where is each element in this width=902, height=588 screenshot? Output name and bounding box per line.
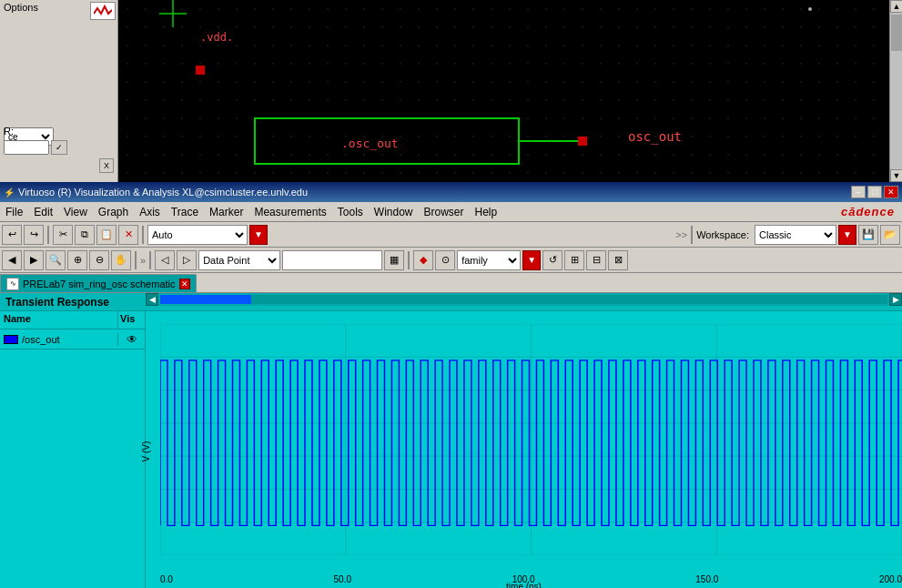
undo-button[interactable]: ↩ <box>2 225 22 245</box>
zoom-in-button[interactable]: ⊕ <box>67 250 87 270</box>
menu-item-view[interactable]: View <box>58 204 93 220</box>
y-axis-label: V (V) <box>141 448 151 462</box>
scroll-thumb[interactable] <box>160 295 251 304</box>
menu-item-trace[interactable]: Trace <box>166 204 204 220</box>
copy-button[interactable]: ⧉ <box>75 225 95 245</box>
toolbar2-sep1 <box>135 251 137 269</box>
toolbar1: ↩ ↪ ✂ ⧉ 📋 ✕ Auto Manual ▼ >> Workspace: … <box>0 222 902 248</box>
workspace-dropdown-button[interactable]: ▼ <box>838 225 856 245</box>
tab-icon: ∿ <box>6 278 19 290</box>
layout-dropdown-button[interactable]: ▼ <box>249 225 268 245</box>
menu-item-edit[interactable]: Edit <box>28 204 58 220</box>
workspace-load-button[interactable]: 📂 <box>880 225 900 245</box>
toolbar1-sep2 <box>142 226 144 244</box>
expand-arrows[interactable]: >> <box>675 229 687 240</box>
nav-left-button[interactable]: ◀ <box>2 250 22 270</box>
x-tick-150: 150.0 <box>695 574 718 584</box>
menu-item-window[interactable]: Window <box>369 204 419 220</box>
osc-out-label1: .osc_out <box>341 137 399 150</box>
svg-point-6 <box>808 7 812 11</box>
pan-button[interactable]: ✋ <box>111 250 131 270</box>
r-apply-button[interactable]: ✓ <box>51 140 67 155</box>
tab-prelab7[interactable]: ∿ PRELab7 sim_ring_osc schematic ✕ <box>0 274 197 292</box>
menu-item-browser[interactable]: Browser <box>419 204 470 220</box>
zoom-fit-button[interactable]: 🔍 <box>46 250 66 270</box>
schematic-scrollbar[interactable]: ▲ ▼ <box>889 0 902 182</box>
toolbar2-sep2 <box>149 251 151 269</box>
paste-button[interactable]: 📋 <box>96 225 117 245</box>
refresh-button[interactable]: ↺ <box>542 250 562 270</box>
family-dropdown-button[interactable]: ▼ <box>522 250 541 270</box>
menu-item-axis[interactable]: Axis <box>134 204 166 220</box>
menu-items: FileEditViewGraphAxisTraceMarkerMeasurem… <box>0 204 841 220</box>
osc-out-label2: osc_out <box>628 129 682 145</box>
cadence-logo: cādence <box>841 205 902 218</box>
menu-item-tools[interactable]: Tools <box>332 204 369 220</box>
family-select[interactable]: family <box>457 250 521 270</box>
next-wave-button[interactable]: ▷ <box>177 250 197 270</box>
grid2-button[interactable]: ⊟ <box>586 250 606 270</box>
scroll-left-arrow[interactable]: ◀ <box>146 293 158 306</box>
x-tick-0: 0.0 <box>160 574 173 584</box>
menu-item-help[interactable]: Help <box>470 204 503 220</box>
data-point-select[interactable]: Data Point <box>198 250 280 270</box>
menu-item-marker[interactable]: Marker <box>204 204 248 220</box>
tab-bar: ∿ PRELab7 sim_ring_osc schematic ✕ <box>0 273 902 293</box>
svg-rect-2 <box>118 0 889 182</box>
r-input[interactable] <box>4 140 49 155</box>
app-icon: ⚡ <box>4 188 15 198</box>
cut-button[interactable]: ✂ <box>53 225 73 245</box>
waveform-svg: 6 5 4 3 2 1 0 -1 <box>160 324 902 555</box>
plot-area: Transient Response ◀ ▶ Name Vis /osc_out… <box>0 293 902 588</box>
x-tick-200: 200.0 <box>879 574 902 584</box>
title-bar-text: Virtuoso (R) Visualization & Analysis XL… <box>18 187 308 198</box>
options-panel: Options ce R: ✓ X <box>0 0 118 182</box>
scroll-track[interactable] <box>160 295 887 304</box>
menu-item-graph[interactable]: Graph <box>93 204 134 220</box>
workspace-label: Workspace: <box>696 229 749 240</box>
scrollbar-up-arrow[interactable]: ▲ <box>890 0 902 13</box>
marker-button[interactable]: ◆ <box>413 250 433 270</box>
scrollbar-thumb <box>891 15 902 51</box>
layout-select[interactable]: Auto Manual <box>147 225 248 245</box>
tab-label: PRELab7 sim_ring_osc schematic <box>23 279 176 289</box>
legend-color-box <box>4 335 18 344</box>
close-button[interactable]: ✕ <box>884 186 898 198</box>
legend-vis-col: Vis <box>117 311 145 329</box>
expand-arrows2[interactable]: » <box>140 255 146 266</box>
legend-name-col: Name <box>0 311 117 329</box>
legend-eye-button[interactable]: 👁 <box>117 333 145 346</box>
legend-signal: /osc_out <box>0 334 117 345</box>
tab-close-button[interactable]: ✕ <box>179 279 190 289</box>
menu-bar: FileEditViewGraphAxisTraceMarkerMeasurem… <box>0 202 902 222</box>
maximize-button[interactable]: □ <box>867 186 882 198</box>
scrollbar-down-arrow[interactable]: ▼ <box>890 169 902 182</box>
data-point-input[interactable] <box>282 250 382 270</box>
scroll-right-arrow[interactable]: ▶ <box>889 293 902 306</box>
horizontal-scrollbar[interactable]: ◀ ▶ <box>146 293 902 306</box>
zoom-out-button[interactable]: ⊖ <box>89 250 109 270</box>
cursor-button[interactable]: ⊙ <box>435 250 455 270</box>
grid3-button[interactable]: ⊠ <box>608 250 628 270</box>
workspace-save-button[interactable]: 💾 <box>858 225 878 245</box>
prev-wave-button[interactable]: ◁ <box>155 250 175 270</box>
options-close-button[interactable]: X <box>99 158 114 173</box>
options-waveform-icon <box>90 2 116 20</box>
redo-button[interactable]: ↪ <box>24 225 44 245</box>
menu-item-measurements[interactable]: Measurements <box>248 204 331 220</box>
delete-button[interactable]: ✕ <box>118 225 138 245</box>
legend-area: Name Vis /osc_out 👁 <box>0 311 146 588</box>
x-tick-50: 50.0 <box>334 574 351 584</box>
menu-item-file[interactable]: File <box>0 204 28 220</box>
waveform-canvas-area: V (V) 6 5 4 3 2 1 <box>146 311 902 588</box>
x-axis-label: time (ns) <box>506 582 542 588</box>
nav-right-button[interactable]: ▶ <box>24 250 44 270</box>
vdd-label: .vdd. <box>200 31 233 44</box>
workspace-select[interactable]: Classic Default <box>755 225 836 245</box>
minimize-button[interactable]: – <box>851 186 866 198</box>
title-bar: ⚡ Virtuoso (R) Visualization & Analysis … <box>0 182 902 202</box>
toolbar1-sep1 <box>47 226 49 244</box>
legend-row-osc-out: /osc_out 👁 <box>0 329 145 350</box>
calc-button[interactable]: ▦ <box>384 250 404 270</box>
grid1-button[interactable]: ⊞ <box>564 250 584 270</box>
